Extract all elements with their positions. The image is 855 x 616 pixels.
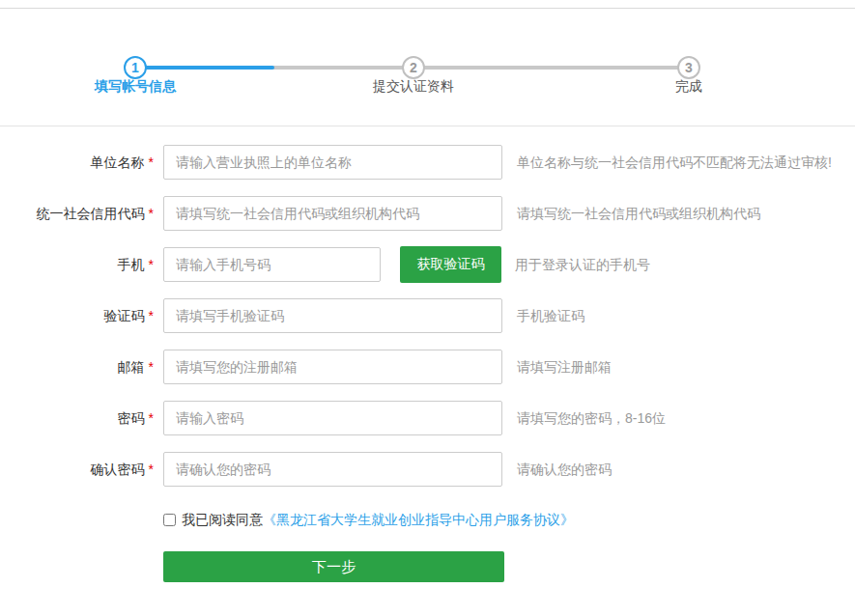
- agreement-text: 我已阅读同意: [182, 512, 263, 529]
- phone-input[interactable]: [163, 247, 381, 282]
- agreement-row: 我已阅读同意 《黑龙江省大学生就业创业指导中心用户服务协议》: [163, 513, 855, 527]
- required-asterisk: *: [149, 359, 154, 375]
- password-label: 密码*: [0, 401, 154, 435]
- step-3-circle: 3: [677, 56, 700, 79]
- confirm-password-input[interactable]: [163, 452, 502, 487]
- sms-code-label: 验证码*: [0, 298, 154, 333]
- credit-code-input[interactable]: [163, 196, 502, 231]
- confirm-password-hint: 请确认您的密码: [517, 452, 612, 487]
- get-verification-code-button[interactable]: 获取验证码: [400, 246, 501, 283]
- stepper-progress: [135, 66, 274, 70]
- step-1-circle: 1: [124, 56, 147, 79]
- service-agreement-link[interactable]: 《黑龙江省大学生就业创业指导中心用户服务协议》: [263, 512, 574, 529]
- required-asterisk: *: [149, 462, 154, 477]
- form-row-company-name: 单位名称* 单位名称与统一社会信用代码不匹配将无法通过审核!: [0, 145, 855, 180]
- required-asterisk: *: [149, 206, 154, 221]
- company-name-input[interactable]: [163, 145, 502, 180]
- required-asterisk: *: [149, 410, 154, 426]
- credit-code-hint: 请填写统一社会信用代码或组织机构代码: [517, 196, 760, 231]
- credit-code-label: 统一社会信用代码*: [0, 196, 154, 231]
- field-label-text: 统一社会信用代码: [37, 206, 145, 221]
- password-hint: 请填写您的密码，8-16位: [517, 401, 666, 435]
- phone-label: 手机*: [0, 247, 154, 282]
- account-registration-form: 单位名称* 单位名称与统一社会信用代码不匹配将无法通过审核! 统一社会信用代码*…: [0, 145, 855, 582]
- email-label: 邮箱*: [0, 350, 154, 384]
- password-input[interactable]: [163, 401, 502, 435]
- field-label-text: 验证码: [104, 308, 145, 323]
- sms-code-input[interactable]: [163, 298, 502, 333]
- sms-code-hint: 手机验证码: [517, 298, 584, 333]
- form-row-sms-code: 验证码* 手机验证码: [0, 298, 855, 333]
- form-row-email: 邮箱* 请填写注册邮箱: [0, 350, 855, 384]
- required-asterisk: *: [149, 154, 154, 170]
- agreement-checkbox[interactable]: [163, 514, 176, 526]
- required-asterisk: *: [149, 308, 154, 323]
- field-label-text: 单位名称: [91, 154, 145, 170]
- email-hint: 请填写注册邮箱: [517, 350, 612, 384]
- step-3-label: 完成: [675, 78, 702, 96]
- field-label-text: 邮箱: [118, 359, 145, 375]
- field-label-text: 确认密码: [91, 462, 145, 477]
- step-2-circle: 2: [402, 56, 425, 79]
- form-row-phone: 手机* 获取验证码 用于登录认证的手机号: [0, 247, 855, 282]
- company-name-hint: 单位名称与统一社会信用代码不匹配将无法通过审核!: [517, 145, 832, 180]
- field-label-text: 密码: [118, 410, 145, 426]
- phone-hint: 用于登录认证的手机号: [515, 247, 650, 282]
- next-step-button[interactable]: 下一步: [163, 551, 504, 582]
- company-name-label: 单位名称*: [0, 145, 154, 180]
- form-row-credit-code: 统一社会信用代码* 请填写统一社会信用代码或组织机构代码: [0, 196, 855, 231]
- form-row-password: 密码* 请填写您的密码，8-16位: [0, 401, 855, 435]
- form-row-confirm-password: 确认密码* 请确认您的密码: [0, 452, 855, 487]
- step-1-label: 填写帐号信息: [95, 78, 176, 96]
- confirm-password-label: 确认密码*: [0, 452, 154, 487]
- registration-stepper: 1 2 3 填写帐号信息 提交认证资料 完成: [0, 9, 855, 126]
- step-2-label: 提交认证资料: [373, 78, 454, 96]
- required-asterisk: *: [149, 257, 154, 272]
- email-input[interactable]: [163, 350, 502, 384]
- field-label-text: 手机: [118, 257, 145, 272]
